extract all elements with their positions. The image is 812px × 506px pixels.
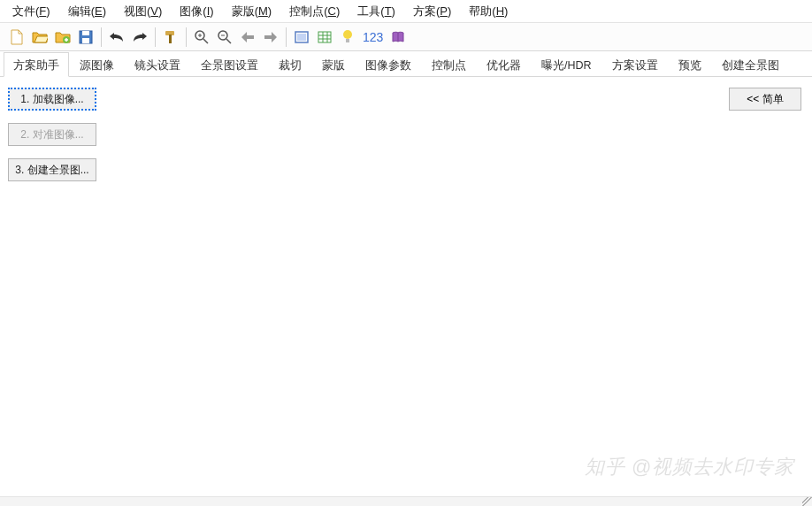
nav-forward-button[interactable] xyxy=(260,27,281,48)
undo-icon xyxy=(109,31,125,43)
layout-grid-button[interactable] xyxy=(314,27,335,48)
new-file-icon xyxy=(10,29,24,45)
hints-button[interactable] xyxy=(337,27,358,48)
add-images-button[interactable] xyxy=(52,27,73,48)
menu-help[interactable]: 帮助(H) xyxy=(460,1,517,22)
tab-preview[interactable]: 预览 xyxy=(669,52,711,77)
folder-open-icon xyxy=(32,30,48,44)
toolbar-separator xyxy=(101,27,102,47)
settings-button[interactable] xyxy=(160,27,181,48)
svg-rect-2 xyxy=(82,31,89,35)
step-align-images-button: 2. 对准图像... xyxy=(8,123,96,146)
statusbar xyxy=(0,496,812,506)
toolbar-separator xyxy=(286,27,287,47)
lightbulb-icon xyxy=(342,30,353,44)
menu-control-points[interactable]: 控制点(C) xyxy=(280,1,349,22)
toolbar-separator xyxy=(155,27,156,47)
tabbar: 方案助手 源图像 镜头设置 全景图设置 裁切 蒙版 图像参数 控制点 优化器 曝… xyxy=(0,51,812,77)
layout-single-button[interactable] xyxy=(291,27,312,48)
tab-create-panorama[interactable]: 创建全景图 xyxy=(712,52,789,77)
tab-mask[interactable]: 蒙版 xyxy=(312,52,355,77)
layout-single-icon xyxy=(295,31,309,43)
menu-mask[interactable]: 蒙版(M) xyxy=(223,1,281,22)
simple-mode-button[interactable]: << 简单 xyxy=(729,88,801,111)
new-project-button[interactable] xyxy=(6,27,27,48)
svg-rect-5 xyxy=(169,34,172,43)
watermark-text: 知乎 @视频去水印专家 xyxy=(585,454,794,480)
step-create-panorama-button[interactable]: 3. 创建全景图... xyxy=(8,158,96,181)
arrow-left-icon xyxy=(241,31,255,43)
tab-crop[interactable]: 裁切 xyxy=(269,52,311,77)
hammer-icon xyxy=(164,30,178,44)
toolbar: 123 xyxy=(0,23,812,51)
svg-rect-10 xyxy=(318,32,331,42)
nav-back-button[interactable] xyxy=(237,27,258,48)
tab-source-images[interactable]: 源图像 xyxy=(70,52,124,77)
zoom-out-button[interactable] xyxy=(214,27,235,48)
step-load-images-button[interactable]: 1. 加载图像... xyxy=(8,88,96,111)
folder-add-icon xyxy=(55,30,71,44)
tab-assistant[interactable]: 方案助手 xyxy=(4,52,69,77)
menu-tools[interactable]: 工具(T) xyxy=(349,1,404,22)
redo-button[interactable] xyxy=(129,27,150,48)
menu-file[interactable]: 文件(F) xyxy=(4,1,59,22)
zoom-in-button[interactable] xyxy=(191,27,212,48)
undo-button[interactable] xyxy=(106,27,127,48)
zoom-in-icon xyxy=(195,30,209,44)
save-project-button[interactable] xyxy=(75,27,96,48)
tab-lens-settings[interactable]: 镜头设置 xyxy=(125,52,190,77)
menu-project[interactable]: 方案(P) xyxy=(404,1,460,22)
toolbar-separator xyxy=(186,27,187,47)
svg-point-11 xyxy=(343,30,352,39)
number-display[interactable]: 123 xyxy=(359,30,387,44)
arrow-right-icon xyxy=(264,31,278,43)
svg-rect-9 xyxy=(297,34,306,41)
menu-edit[interactable]: 编辑(E) xyxy=(59,1,115,22)
tab-control-points[interactable]: 控制点 xyxy=(422,52,476,77)
menu-view[interactable]: 视图(V) xyxy=(115,1,171,22)
svg-rect-3 xyxy=(82,38,89,43)
layout-grid-icon xyxy=(318,31,332,43)
resize-grip[interactable] xyxy=(802,497,812,507)
tab-exposure-hdr[interactable]: 曝光/HDR xyxy=(532,52,601,77)
tab-optimizer[interactable]: 优化器 xyxy=(477,52,531,77)
book-icon xyxy=(391,31,405,43)
open-project-button[interactable] xyxy=(29,27,50,48)
help-button[interactable] xyxy=(387,27,409,48)
svg-rect-12 xyxy=(346,39,349,42)
menu-image[interactable]: 图像(I) xyxy=(171,1,222,22)
save-icon xyxy=(79,30,93,44)
tab-project-settings[interactable]: 方案设置 xyxy=(602,52,668,77)
tab-image-params[interactable]: 图像参数 xyxy=(356,52,421,77)
redo-icon xyxy=(132,31,148,43)
content-area: 1. 加载图像... 2. 对准图像... 3. 创建全景图... << 简单 … xyxy=(0,77,812,496)
menubar: 文件(F) 编辑(E) 视图(V) 图像(I) 蒙版(M) 控制点(C) 工具(… xyxy=(0,0,812,23)
zoom-out-icon xyxy=(218,30,232,44)
tab-panorama-settings[interactable]: 全景图设置 xyxy=(191,52,268,77)
